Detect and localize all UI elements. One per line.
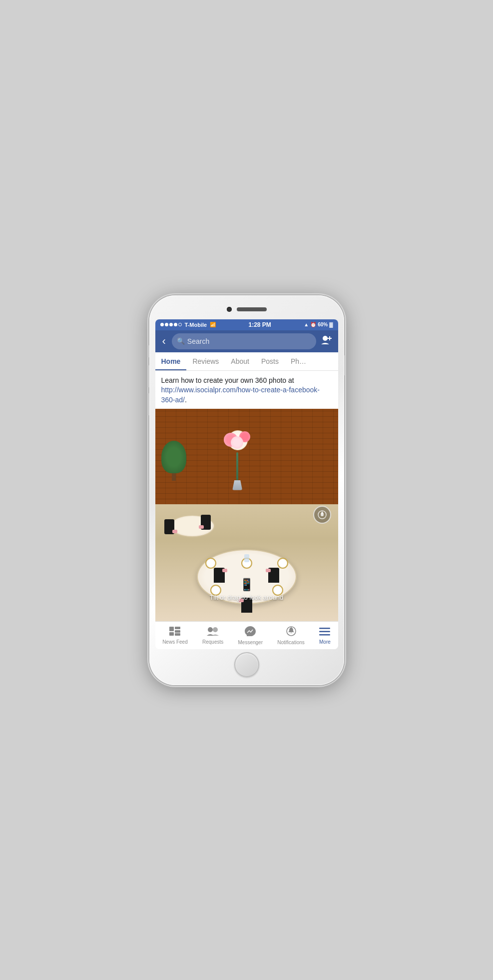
post-text-after: . — [185, 396, 187, 404]
back-button[interactable]: ‹ — [159, 335, 169, 348]
signal-dot-2 — [165, 323, 168, 326]
home-button[interactable] — [234, 652, 259, 677]
svg-point-0 — [323, 336, 328, 341]
page-content: Learn how to create your own 360 photo a… — [155, 371, 338, 649]
photo-360[interactable]: 📱 Tilt or drag to look around — [155, 409, 338, 621]
tab-reviews[interactable]: Reviews — [186, 352, 225, 370]
tilt-instruction-text: Tilt or drag to look around — [210, 594, 284, 601]
earpiece-speaker — [237, 307, 267, 311]
nav-requests[interactable]: Requests — [198, 626, 227, 646]
search-placeholder: Search — [187, 337, 209, 345]
svg-rect-6 — [169, 627, 174, 631]
volume-down-button — [147, 393, 149, 415]
phone-device: T-Mobile 📶 1:28 PM ▲ ⏰ 60% ▓ ‹ 🔍 Search — [149, 295, 344, 685]
front-camera — [227, 307, 232, 312]
battery-icon: ▓ — [329, 322, 333, 327]
volume-up-button — [147, 365, 149, 387]
svg-rect-7 — [169, 632, 174, 636]
nav-more[interactable]: More — [315, 626, 335, 646]
signal-dot-3 — [169, 323, 173, 326]
search-icon: 🔍 — [177, 337, 185, 345]
status-bar: T-Mobile 📶 1:28 PM ▲ ⏰ 60% ▓ — [155, 319, 338, 330]
tree-left — [161, 441, 186, 481]
news-feed-label: News Feed — [162, 639, 188, 645]
scene-background: 📱 Tilt or drag to look around — [155, 409, 338, 621]
bow-2 — [199, 525, 204, 529]
glass — [244, 554, 249, 562]
status-right: ▲ ⏰ 60% ▓ — [304, 322, 333, 327]
phone-tilt-icon: 📱 — [239, 578, 254, 592]
bow-1 — [172, 530, 177, 533]
notifications-label: Notifications — [277, 640, 304, 645]
status-time: 1:28 PM — [249, 321, 271, 328]
phone-screen: T-Mobile 📶 1:28 PM ▲ ⏰ 60% ▓ ‹ 🔍 Search — [155, 319, 338, 649]
signal-dot-1 — [160, 323, 164, 326]
chair-bg-1 — [164, 519, 174, 534]
signal-bars — [160, 323, 182, 326]
360-indicator — [313, 506, 331, 524]
tab-about[interactable]: About — [225, 352, 255, 370]
notifications-icon — [286, 626, 296, 639]
chair-bg-2 — [201, 515, 211, 530]
messenger-icon — [245, 626, 256, 639]
facebook-navbar: ‹ 🔍 Search — [155, 330, 338, 352]
search-bar[interactable]: 🔍 Search — [172, 333, 316, 349]
nav-notifications[interactable]: Notifications — [273, 625, 308, 646]
nav-messenger[interactable]: Messenger — [234, 625, 267, 646]
svg-rect-16 — [319, 634, 330, 636]
power-button — [344, 355, 346, 375]
alarm-icon: ⏰ — [310, 322, 316, 327]
tab-posts[interactable]: Posts — [255, 352, 285, 370]
mute-button — [147, 345, 149, 357]
tilt-overlay: 📱 Tilt or drag to look around — [210, 578, 284, 601]
post-text: Learn how to create your own 360 photo a… — [155, 371, 338, 409]
nav-news-feed[interactable]: News Feed — [158, 626, 192, 646]
requests-label: Requests — [202, 639, 223, 645]
location-icon: ▲ — [304, 322, 309, 327]
tab-photos[interactable]: Ph… — [285, 352, 312, 370]
signal-dot-4 — [174, 323, 177, 326]
news-feed-icon — [169, 627, 180, 638]
wifi-icon: 📶 — [210, 322, 216, 327]
svg-rect-10 — [175, 633, 180, 636]
tab-home[interactable]: Home — [155, 352, 187, 370]
post-text-before: Learn how to create your own 360 photo a… — [161, 376, 294, 384]
messenger-label: Messenger — [238, 640, 263, 645]
more-label: More — [319, 639, 331, 645]
requests-icon — [207, 627, 219, 638]
more-icon — [319, 627, 330, 638]
bottom-navigation: News Feed Requests — [155, 621, 338, 649]
signal-dot-5 — [178, 323, 182, 326]
page-tabs: Home Reviews About Posts Ph… — [155, 352, 338, 371]
phone-top — [155, 301, 338, 317]
svg-rect-8 — [175, 627, 180, 629]
status-left: T-Mobile 📶 — [160, 322, 216, 328]
svg-marker-5 — [321, 511, 324, 514]
svg-rect-14 — [319, 628, 330, 629]
friend-requests-icon[interactable] — [319, 334, 334, 348]
svg-rect-15 — [319, 631, 330, 633]
carrier-label: T-Mobile — [185, 322, 207, 328]
battery-percent: 60% — [318, 322, 328, 327]
flower-arrangement — [222, 430, 252, 490]
svg-rect-9 — [175, 630, 180, 633]
svg-point-11 — [208, 627, 213, 632]
svg-point-12 — [213, 627, 218, 632]
